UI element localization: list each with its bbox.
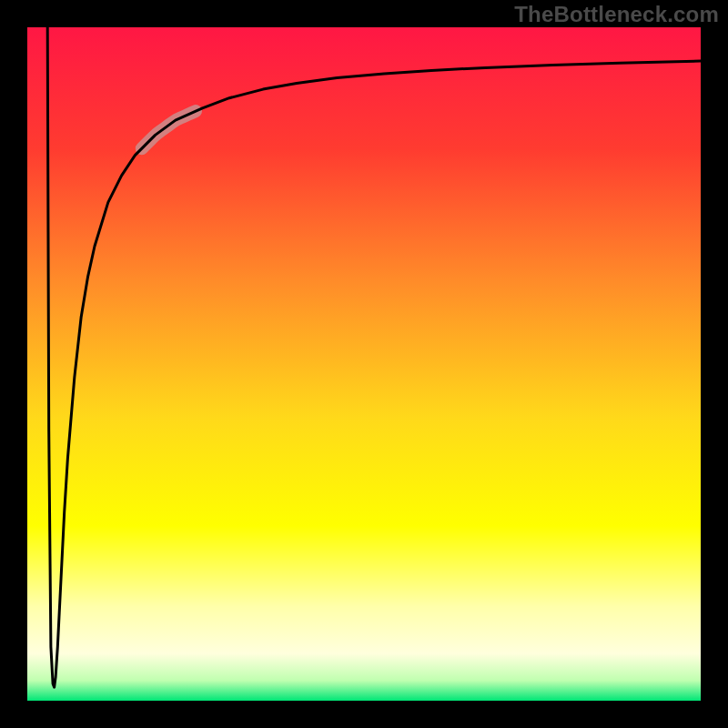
plot-background [27,27,701,701]
chart-frame: TheBottleneck.com [0,0,728,728]
watermark-label: TheBottleneck.com [514,2,719,27]
chart-svg [0,0,728,728]
